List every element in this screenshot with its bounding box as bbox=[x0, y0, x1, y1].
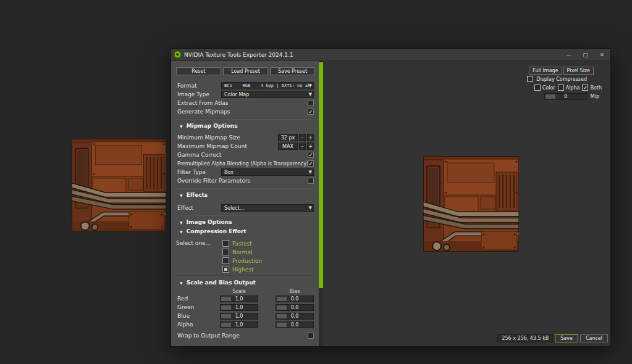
close-button[interactable]: ✕ bbox=[594, 49, 610, 61]
max-mipmap-value[interactable]: MAX bbox=[278, 143, 298, 150]
reset-button[interactable]: Reset bbox=[176, 67, 221, 75]
select-one-label: Select one... bbox=[176, 240, 222, 273]
format-select[interactable]: BC1 RGB 4 bpp | DXT1: no alpha ▼ bbox=[221, 82, 314, 89]
blue-bias-slider[interactable]: 0.0 bbox=[276, 313, 314, 320]
option-highest[interactable]: Highest bbox=[222, 266, 315, 273]
check-icon: ✓ bbox=[308, 161, 313, 167]
preview-panel[interactable]: Full Image Pixel Size Display Compressed… bbox=[323, 61, 610, 346]
section-compression-effort[interactable]: ▼ Compression Effort bbox=[180, 228, 315, 235]
alpha-channel-row: Alpha 1.0 0.0 bbox=[176, 320, 315, 329]
settings-scrollbar[interactable] bbox=[319, 61, 323, 346]
settings-panel: Reset Load Preset Save Preset Format BC1… bbox=[171, 61, 319, 346]
effect-value: Select... bbox=[224, 205, 309, 211]
save-button[interactable]: Save bbox=[555, 334, 578, 342]
texture-preview-image[interactable] bbox=[423, 156, 519, 252]
blue-label: Blue bbox=[177, 313, 220, 319]
mip-label: Mip bbox=[591, 94, 599, 99]
bias-column-header: Bias bbox=[276, 289, 314, 294]
option-normal-checkbox[interactable] bbox=[222, 249, 229, 255]
exporter-window: NVIDIA Texture Tools Exporter 2024.1.1 —… bbox=[171, 48, 611, 347]
red-bias-value: 0.0 bbox=[276, 296, 313, 302]
full-image-button[interactable]: Full Image bbox=[529, 67, 562, 75]
gamma-correct-checkbox[interactable]: ✓ bbox=[308, 152, 314, 158]
green-label: Green bbox=[177, 304, 220, 310]
nvidia-app-icon bbox=[174, 51, 181, 58]
chevron-down-icon: ▼ bbox=[309, 170, 312, 175]
green-scale-slider[interactable]: 1.0 bbox=[220, 304, 258, 311]
filter-type-label: Filter Type bbox=[177, 169, 221, 175]
image-type-value: Color Map bbox=[224, 92, 309, 97]
blue-scale-value: 1.0 bbox=[221, 313, 258, 319]
red-bias-slider[interactable]: 0.0 bbox=[276, 296, 314, 302]
desktop-texture-image bbox=[72, 139, 166, 231]
close-icon: ✕ bbox=[600, 52, 605, 58]
min-mipmap-value[interactable]: 32 px bbox=[278, 134, 298, 141]
blue-scale-slider[interactable]: 1.0 bbox=[220, 313, 258, 320]
check-icon: ✓ bbox=[308, 152, 313, 158]
max-mipmap-decrement-button[interactable]: - bbox=[299, 143, 306, 150]
alpha-channel-toggle[interactable]: Alpha bbox=[558, 85, 580, 91]
scrollbar-thumb[interactable] bbox=[319, 62, 323, 288]
option-highest-checkbox[interactable] bbox=[222, 266, 229, 273]
extract-atlas-row: Extract From Atlas bbox=[176, 99, 315, 107]
display-compressed-checkbox[interactable] bbox=[527, 76, 533, 82]
separator bbox=[176, 188, 315, 189]
generate-mipmaps-checkbox[interactable]: ✓ bbox=[308, 109, 314, 115]
gamma-correct-label: Gamma Correct bbox=[177, 152, 308, 158]
color-checkbox[interactable] bbox=[534, 85, 541, 91]
chevron-down-icon: ▼ bbox=[309, 92, 312, 97]
option-normal[interactable]: Normal bbox=[222, 249, 315, 255]
blue-channel-row: Blue 1.0 0.0 bbox=[176, 312, 315, 320]
chevron-down-icon: ▼ bbox=[309, 83, 312, 88]
color-channel-toggle[interactable]: Color bbox=[534, 85, 555, 91]
max-mipmap-increment-button[interactable]: + bbox=[307, 143, 314, 150]
min-mipmap-increment-button[interactable]: + bbox=[307, 134, 314, 141]
filter-type-select[interactable]: Box ▼ bbox=[221, 168, 314, 176]
save-preset-button[interactable]: Save Preset bbox=[270, 67, 315, 75]
section-effects[interactable]: ▼ Effects bbox=[180, 191, 315, 199]
effect-row: Effect Select... ▼ bbox=[176, 204, 315, 212]
premultiplied-alpha-checkbox[interactable]: ✓ bbox=[308, 160, 314, 167]
wrap-output-row: Wrap to Output Range bbox=[176, 331, 315, 340]
format-value: BC1 RGB 4 bpp | DXT1: no alpha bbox=[224, 83, 309, 88]
option-production[interactable]: Production bbox=[222, 257, 315, 264]
min-mipmap-row: Minimum Mipmap Size 32 px - + bbox=[176, 133, 315, 142]
override-filter-checkbox[interactable] bbox=[308, 178, 314, 184]
both-checkbox[interactable]: ✓ bbox=[582, 85, 588, 91]
red-channel-row: Red 1.0 0.0 bbox=[176, 294, 315, 303]
pixel-size-button[interactable]: Pixel Size bbox=[563, 67, 594, 75]
effect-select[interactable]: Select... ▼ bbox=[221, 204, 314, 212]
green-bias-slider[interactable]: 0.0 bbox=[276, 304, 314, 311]
maximize-button[interactable]: ▢ bbox=[577, 49, 594, 61]
image-type-label: Image Type bbox=[177, 91, 221, 97]
section-mipmap-options[interactable]: ▼ Mipmap Options bbox=[180, 122, 315, 130]
section-image-options[interactable]: ▼ Image Options bbox=[180, 218, 315, 226]
alpha-bias-slider[interactable]: 0.0 bbox=[276, 321, 314, 328]
format-row: Format BC1 RGB 4 bpp | DXT1: no alpha ▼ bbox=[176, 81, 315, 90]
minimize-button[interactable]: — bbox=[560, 49, 577, 61]
image-type-select[interactable]: Color Map ▼ bbox=[221, 91, 314, 98]
titlebar[interactable]: NVIDIA Texture Tools Exporter 2024.1.1 —… bbox=[171, 49, 610, 61]
red-scale-slider[interactable]: 1.0 bbox=[220, 296, 258, 302]
collapse-triangle-icon: ▼ bbox=[180, 281, 183, 285]
mip-slider[interactable]: 0 bbox=[544, 93, 588, 100]
mip-row: 0 Mip bbox=[544, 93, 599, 100]
chevron-down-icon: ▼ bbox=[309, 205, 312, 210]
extract-atlas-checkbox[interactable] bbox=[308, 100, 314, 106]
wrap-output-checkbox[interactable] bbox=[308, 333, 314, 339]
alpha-scale-value: 1.0 bbox=[221, 322, 258, 328]
option-production-checkbox[interactable] bbox=[222, 257, 229, 264]
option-fastest-checkbox[interactable] bbox=[222, 240, 229, 247]
section-scale-bias[interactable]: ▼ Scale and Bias Output bbox=[180, 279, 315, 286]
scale-bias-header: Scale and Bias Output bbox=[187, 279, 256, 286]
option-fastest[interactable]: Fastest bbox=[222, 240, 315, 247]
alpha-checkbox[interactable] bbox=[558, 85, 564, 91]
cancel-button[interactable]: Cancel bbox=[580, 334, 608, 342]
load-preset-button[interactable]: Load Preset bbox=[223, 67, 268, 75]
check-icon: ✓ bbox=[583, 85, 588, 91]
both-channel-toggle[interactable]: ✓ Both bbox=[582, 85, 602, 91]
min-mipmap-decrement-button[interactable]: - bbox=[299, 134, 306, 141]
blue-bias-value: 0.0 bbox=[276, 313, 313, 319]
alpha-scale-slider[interactable]: 1.0 bbox=[220, 321, 258, 328]
generate-mipmaps-row: Generate Mipmaps ✓ bbox=[176, 107, 315, 116]
